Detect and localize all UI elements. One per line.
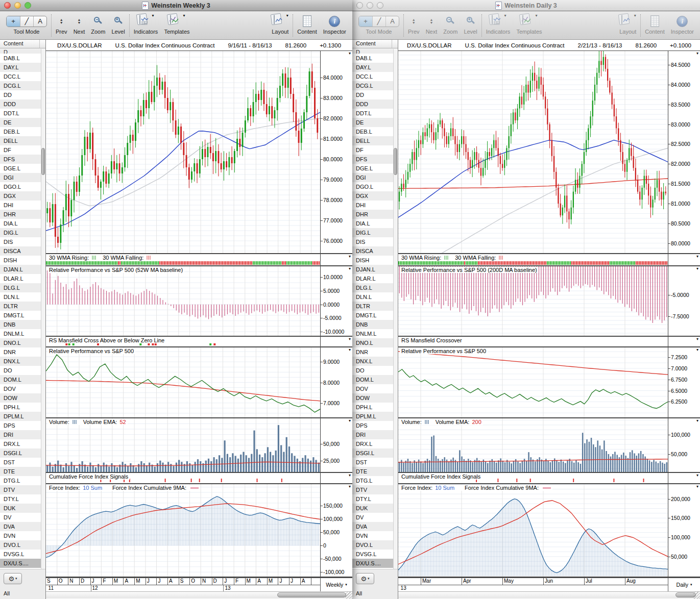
y-axis[interactable]: ▾84.500084.000083.500083.000082.500082.0…	[668, 51, 700, 253]
ticker-item[interactable]: DGX	[0, 191, 41, 201]
y-axis[interactable]: ▾100,00050,000	[668, 418, 700, 472]
panel-collapse-arrow-icon[interactable]: ▾	[349, 51, 351, 56]
templates-button[interactable]: ▾ Templates	[164, 14, 189, 35]
ticker-item[interactable]: DNLM.L	[352, 329, 393, 338]
ticker-item[interactable]: DV	[352, 513, 393, 522]
vol-plot[interactable]	[46, 418, 320, 472]
ticker-item[interactable]: DAB.L	[0, 54, 41, 63]
ticker-item[interactable]: DX/U.S....	[0, 559, 41, 568]
y-axis[interactable]: ▾-5.0000-7.5000	[668, 266, 700, 336]
y-axis[interactable]: ▾	[668, 337, 700, 346]
ticker-item[interactable]: DIA.L	[352, 219, 393, 228]
inspector-button[interactable]: i Inspector	[323, 14, 346, 35]
ticker-item[interactable]: DE	[0, 118, 41, 127]
ticker-item[interactable]: DTG.L	[0, 476, 41, 485]
prev-button[interactable]: ▲▼ Prev	[408, 14, 420, 35]
ticker-item[interactable]: DD	[352, 90, 393, 99]
ticker-item[interactable]: DDT.L	[0, 109, 41, 118]
ticker-item[interactable]: DTE	[352, 467, 393, 476]
ticker-item[interactable]: D	[352, 49, 393, 54]
zoom-out-button[interactable]: − Zoom	[443, 14, 457, 35]
y-axis[interactable]: ▾10.00005.00000.0000-5.0000-10.0000	[320, 266, 352, 336]
sidebar-scrollbar[interactable]	[41, 49, 45, 569]
ticker-item[interactable]: DD	[0, 90, 41, 99]
panel-collapse-arrow-icon[interactable]: ▾	[349, 418, 351, 423]
ticker-item[interactable]: DVA	[352, 522, 393, 531]
ticker-item[interactable]: DX/U.S....	[352, 559, 393, 568]
close-button[interactable]	[356, 2, 363, 9]
ticker-item[interactable]: DVO.L	[0, 540, 41, 550]
ticker-item[interactable]: D	[0, 49, 41, 54]
tool-text-button[interactable]: A	[33, 16, 46, 27]
period-selector[interactable]: Daily▾	[668, 578, 700, 591]
zoom-level-button[interactable]: + Level	[464, 14, 477, 35]
ticker-item[interactable]: DE	[352, 118, 393, 127]
ticker-item[interactable]: DOV	[352, 384, 393, 393]
ticker-item[interactable]: DTY.L	[0, 494, 41, 504]
prev-button[interactable]: ▲▼ Prev	[56, 14, 67, 35]
ticker-item[interactable]: DCC.L	[0, 72, 41, 81]
ticker-item[interactable]: DMGT.L	[0, 311, 41, 320]
y-axis[interactable]: ▾50,00025,000	[320, 418, 352, 472]
action-gear-button[interactable]: ⚙▾	[356, 573, 374, 584]
ticker-item[interactable]: DHR	[0, 210, 41, 219]
ticker-item[interactable]: DNR	[352, 347, 393, 357]
close-button[interactable]	[4, 2, 11, 9]
ticker-item[interactable]: DVSG.L	[0, 550, 41, 559]
ticker-item[interactable]: DTG.L	[352, 476, 393, 485]
price-plot[interactable]	[46, 51, 320, 253]
y-axis[interactable]: ▾	[668, 254, 700, 265]
ticker-item[interactable]: DNX.L	[352, 357, 393, 366]
resize-grip[interactable]	[345, 592, 352, 599]
period-selector[interactable]: Weekly▾	[320, 578, 352, 591]
zoom-level-button[interactable]: + Level	[111, 14, 125, 35]
ticker-item[interactable]: DVN	[0, 531, 41, 540]
ticker-item[interactable]: DNO.L	[0, 338, 41, 347]
ticker-item[interactable]: DO	[0, 366, 41, 375]
vol-plot[interactable]	[398, 418, 668, 472]
ticker-item[interactable]: DF	[352, 145, 393, 155]
ticker-item[interactable]: DISH	[0, 256, 41, 265]
panel-collapse-arrow-icon[interactable]: ▾	[696, 473, 698, 478]
ticker-item[interactable]: DCG.L	[352, 81, 393, 90]
ticker-item[interactable]: DGE.L	[0, 164, 41, 173]
indicators-button[interactable]: ▾ Indicators	[134, 14, 158, 35]
ticker-item[interactable]: DNB	[0, 320, 41, 329]
ticker-item[interactable]: DOV	[0, 384, 41, 393]
ticker-item[interactable]: DRI	[352, 430, 393, 439]
ticker-item[interactable]: DNR	[0, 347, 41, 357]
ticker-item[interactable]: DPH.L	[352, 403, 393, 412]
ticker-item[interactable]: DLN.L	[0, 292, 41, 302]
ticker-item[interactable]: DPS	[0, 421, 41, 430]
ticker-item[interactable]: DELL	[352, 136, 393, 145]
ticker-item[interactable]: DOM.L	[0, 375, 41, 384]
ticker-item[interactable]: DF	[0, 145, 41, 155]
ticker-item[interactable]: DPS	[352, 421, 393, 430]
y-axis[interactable]: ▾150,000100,00050,0000-50,000-100,000	[320, 484, 352, 577]
ticker-item[interactable]: DCG.L	[0, 81, 41, 90]
ticker-item[interactable]: DEB.L	[0, 127, 41, 136]
minimize-button[interactable]	[14, 2, 21, 9]
ticker-item[interactable]: DGE.L	[352, 164, 393, 173]
panel-collapse-arrow-icon[interactable]: ▾	[696, 254, 698, 259]
tool-line-button[interactable]: ╱	[20, 16, 33, 27]
ticker-item[interactable]: DGI	[352, 173, 393, 182]
y-axis[interactable]: ▾200,000150,000100,00050,000	[668, 484, 700, 577]
ticker-item[interactable]: DDD	[0, 99, 41, 109]
y-axis[interactable]: ▾	[320, 254, 352, 265]
ticker-item[interactable]: DSGI.L	[0, 448, 41, 458]
ticker-item[interactable]: DUK	[352, 504, 393, 513]
ticker-item[interactable]: DTY.L	[352, 494, 393, 504]
ticker-item[interactable]: DMGT.L	[352, 311, 393, 320]
ticker-item[interactable]: DV	[0, 513, 41, 522]
horizontal-scrollbar[interactable]	[398, 591, 700, 598]
rp-plot[interactable]	[46, 266, 320, 336]
minimize-button[interactable]	[367, 2, 373, 9]
maximize-button[interactable]	[25, 2, 31, 9]
ticker-item[interactable]: DLTR	[352, 302, 393, 311]
ticker-item[interactable]: DTV	[0, 485, 41, 494]
rp-plot[interactable]	[398, 266, 668, 336]
ticker-item[interactable]: DPLM.L	[0, 412, 41, 421]
ticker-item[interactable]: DRI	[0, 430, 41, 439]
force-plot[interactable]	[398, 484, 668, 577]
